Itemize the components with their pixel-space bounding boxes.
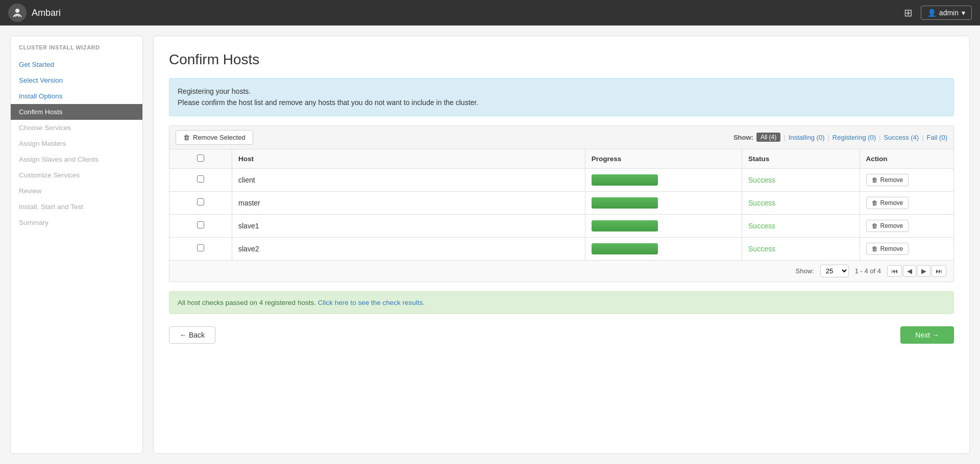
last-page-button[interactable]: ⏭ bbox=[932, 265, 946, 277]
filter-installing[interactable]: Installing (0) bbox=[789, 133, 825, 142]
remove-icon-0: 🗑 bbox=[872, 176, 878, 184]
row-host-3: slave2 bbox=[232, 237, 585, 260]
content-area: Confirm Hosts Registering your hosts. Pl… bbox=[153, 36, 970, 454]
row-checkbox-cell bbox=[169, 168, 232, 191]
row-progress-0 bbox=[585, 168, 742, 191]
page-size-select[interactable]: 25 50 100 bbox=[820, 265, 849, 277]
col-header-status: Status bbox=[742, 149, 860, 168]
show-label: Show: bbox=[733, 134, 753, 141]
hosts-toolbar: 🗑 Remove Selected Show: All (4) | Instal… bbox=[169, 125, 954, 149]
remove-row-button-2[interactable]: 🗑 Remove bbox=[866, 220, 909, 232]
user-dropdown-icon: ▾ bbox=[962, 9, 965, 17]
col-header-action: Action bbox=[860, 149, 953, 168]
sidebar-item-summary: Summary bbox=[11, 215, 142, 230]
remove-selected-label: Remove Selected bbox=[193, 134, 246, 141]
svg-point-0 bbox=[15, 9, 19, 13]
row-action-0: 🗑 Remove bbox=[860, 168, 953, 191]
row-checkbox-0[interactable] bbox=[197, 175, 204, 183]
filter-all[interactable]: All (4) bbox=[756, 133, 780, 142]
user-menu-button[interactable]: 👤 admin ▾ bbox=[921, 6, 972, 20]
col-header-host: Host bbox=[232, 149, 585, 168]
navbar-title: Ambari bbox=[32, 8, 61, 18]
row-checkbox-cell bbox=[169, 214, 232, 237]
next-page-button[interactable]: ▶ bbox=[917, 265, 930, 277]
table-row: client Success 🗑 Remove bbox=[169, 168, 954, 191]
sidebar-item-select-version[interactable]: Select Version bbox=[11, 72, 142, 88]
col-header-checkbox bbox=[169, 149, 232, 168]
sidebar-item-get-started[interactable]: Get Started bbox=[11, 57, 142, 72]
row-checkbox-1[interactable] bbox=[197, 198, 204, 205]
info-line2: Please confirm the host list and remove … bbox=[178, 97, 945, 108]
row-host-2: slave1 bbox=[232, 214, 585, 237]
user-icon: 👤 bbox=[927, 9, 936, 17]
row-checkbox-2[interactable] bbox=[197, 221, 204, 228]
sidebar-item-install-options[interactable]: Install Options bbox=[11, 88, 142, 104]
sidebar-section-title: CLUSTER INSTALL WIZARD bbox=[11, 44, 142, 57]
info-line1: Registering your hosts. bbox=[178, 86, 945, 97]
remove-row-button-3[interactable]: 🗑 Remove bbox=[866, 243, 909, 255]
table-header-row: Host Progress Status Action bbox=[169, 149, 954, 168]
back-button[interactable]: ← Back bbox=[169, 326, 215, 344]
success-text: All host checks passed on 4 registered h… bbox=[178, 299, 316, 306]
row-host-0: client bbox=[232, 168, 585, 191]
info-banner: Registering your hosts. Please confirm t… bbox=[169, 78, 954, 116]
row-progress-1 bbox=[585, 191, 742, 214]
sidebar-item-confirm-hosts[interactable]: Confirm Hosts bbox=[11, 104, 142, 120]
pager-buttons: ⏮ ◀ ▶ ⏭ bbox=[887, 265, 946, 277]
row-checkbox-cell bbox=[169, 191, 232, 214]
table-row: master Success 🗑 Remove bbox=[169, 191, 954, 214]
remove-row-button-0[interactable]: 🗑 Remove bbox=[866, 174, 909, 186]
row-status-1: Success bbox=[742, 191, 860, 214]
select-all-checkbox[interactable] bbox=[197, 154, 204, 162]
sidebar-item-install-start-test: Install, Start and Test bbox=[11, 199, 142, 215]
filter-row: Show: All (4) | Installing (0) | Registe… bbox=[733, 133, 947, 142]
page-title: Confirm Hosts bbox=[169, 51, 954, 68]
row-action-1: 🗑 Remove bbox=[860, 191, 953, 214]
trash-icon: 🗑 bbox=[183, 134, 190, 141]
sidebar-item-review: Review bbox=[11, 183, 142, 199]
remove-selected-button[interactable]: 🗑 Remove Selected bbox=[176, 130, 253, 145]
hosts-table: Host Progress Status Action client Succe… bbox=[169, 149, 954, 261]
remove-row-button-1[interactable]: 🗑 Remove bbox=[866, 197, 909, 209]
remove-icon-1: 🗑 bbox=[872, 199, 878, 207]
sidebar: CLUSTER INSTALL WIZARD Get Started Selec… bbox=[10, 36, 143, 454]
row-status-0: Success bbox=[742, 168, 860, 191]
row-progress-2 bbox=[585, 214, 742, 237]
remove-icon-3: 🗑 bbox=[872, 245, 878, 252]
row-progress-3 bbox=[585, 237, 742, 260]
row-host-1: master bbox=[232, 191, 585, 214]
pagination-show-label: Show: bbox=[796, 267, 814, 275]
page-info: 1 - 4 of 4 bbox=[855, 267, 881, 275]
sidebar-item-customize-services: Customize Services bbox=[11, 167, 142, 183]
row-checkbox-cell bbox=[169, 237, 232, 260]
bottom-nav: ← Back Next → bbox=[169, 326, 954, 344]
table-row: slave2 Success 🗑 Remove bbox=[169, 237, 954, 260]
row-action-3: 🗑 Remove bbox=[860, 237, 953, 260]
check-results-link[interactable]: Click here to see the check results. bbox=[318, 299, 425, 306]
prev-page-button[interactable]: ◀ bbox=[903, 265, 916, 277]
navbar: Ambari ⊞ 👤 admin ▾ bbox=[0, 0, 980, 25]
row-status-2: Success bbox=[742, 214, 860, 237]
filter-success[interactable]: Success (4) bbox=[884, 133, 919, 142]
filter-fail[interactable]: Fail (0) bbox=[927, 133, 947, 142]
user-label: admin bbox=[939, 9, 959, 17]
navbar-right: ⊞ 👤 admin ▾ bbox=[904, 6, 972, 20]
row-checkbox-3[interactable] bbox=[197, 244, 204, 251]
success-banner: All host checks passed on 4 registered h… bbox=[169, 291, 954, 314]
pagination-row: Show: 25 50 100 1 - 4 of 4 ⏮ ◀ ▶ ⏭ bbox=[169, 261, 954, 282]
sidebar-item-choose-services: Choose Services bbox=[11, 120, 142, 136]
first-page-button[interactable]: ⏮ bbox=[887, 265, 902, 277]
row-action-2: 🗑 Remove bbox=[860, 214, 953, 237]
remove-icon-2: 🗑 bbox=[872, 222, 878, 229]
next-button[interactable]: Next → bbox=[900, 326, 954, 344]
col-header-progress: Progress bbox=[585, 149, 742, 168]
filter-registering[interactable]: Registering (0) bbox=[832, 133, 876, 142]
table-row: slave1 Success 🗑 Remove bbox=[169, 214, 954, 237]
navbar-logo bbox=[8, 4, 27, 22]
grid-icon[interactable]: ⊞ bbox=[904, 7, 913, 19]
row-status-3: Success bbox=[742, 237, 860, 260]
sidebar-item-assign-masters: Assign Masters bbox=[11, 136, 142, 151]
navbar-brand: Ambari bbox=[8, 4, 61, 22]
main-layout: CLUSTER INSTALL WIZARD Get Started Selec… bbox=[0, 25, 980, 464]
sidebar-item-assign-slaves: Assign Slaves and Clients bbox=[11, 151, 142, 167]
